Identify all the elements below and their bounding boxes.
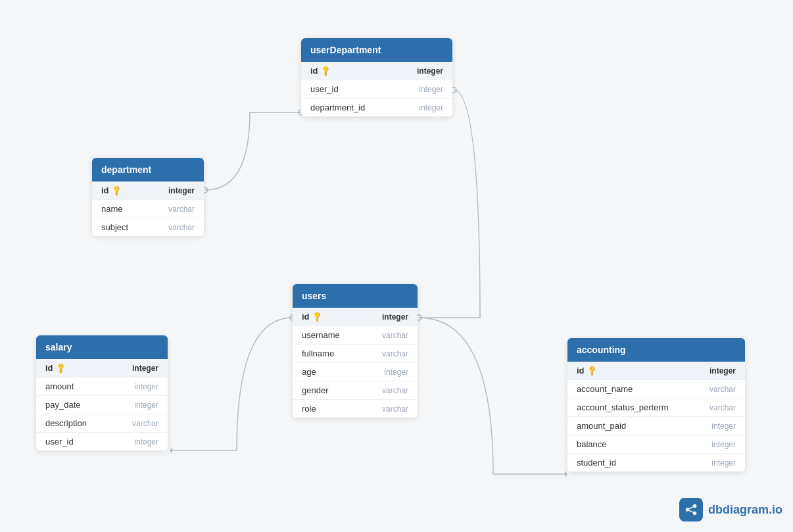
table-row: pay_date integer [36,396,168,414]
field-type: integer [709,366,736,375]
table-row: account_status_perterm varchar [567,399,745,417]
svg-marker-7 [565,471,567,477]
table-userDepartment[interactable]: userDepartment id 🔑 integer user_id inte… [301,38,452,116]
table-row: description varchar [36,414,168,433]
field-type: integer [134,400,158,410]
field-name: id 🔑 [302,312,322,322]
table-row: id 🔑 integer [36,359,168,377]
key-icon: 🔑 [110,184,122,197]
field-name: id 🔑 [45,363,65,373]
table-row: id 🔑 integer [301,62,452,80]
field-name: amount [45,381,74,391]
svg-line-11 [689,507,693,509]
field-name: age [302,367,316,377]
field-name: department_id [310,103,365,112]
field-name: user_id [310,84,339,94]
svg-point-8 [686,508,690,512]
field-name: user_id [45,437,74,447]
diagram-canvas: userDepartment id 🔑 integer user_id inte… [0,0,793,532]
table-row: username varchar [293,326,418,345]
table-row: department_id integer [301,99,452,116]
table-row: amount integer [36,377,168,396]
table-header-department: department [92,158,204,181]
field-name: student_id [577,458,616,468]
field-type: integer [711,422,736,431]
field-type: varchar [168,223,195,232]
key-icon: 🔑 [585,364,598,377]
table-row: account_name varchar [567,380,745,399]
field-type: varchar [709,403,736,412]
table-row: id 🔑 integer [92,181,204,200]
table-accounting[interactable]: accounting id 🔑 integer account_name var… [567,338,745,472]
table-row: gender varchar [293,381,418,400]
field-type: varchar [132,419,158,428]
key-icon: 🔑 [54,362,66,374]
table-salary[interactable]: salary id 🔑 integer amount integer pay_d… [36,335,168,450]
key-icon: 🔑 [310,310,323,323]
key-icon: 🔑 [319,64,331,77]
table-row: role varchar [293,400,418,418]
table-department[interactable]: department id 🔑 integer name varchar sub… [92,158,204,236]
field-name: amount_paid [577,421,626,431]
table-row: amount_paid integer [567,417,745,435]
field-type: varchar [382,331,408,340]
table-row: name varchar [92,200,204,218]
field-type: integer [132,364,158,373]
svg-marker-5 [170,447,172,454]
field-name: description [45,418,87,428]
field-type: varchar [382,404,408,414]
brand-text: dbdiagram.io [708,503,782,517]
table-users[interactable]: users id 🔑 integer username varchar full… [293,284,418,418]
table-row: age integer [293,363,418,381]
table-row: subject varchar [92,218,204,236]
field-name: username [302,330,340,340]
field-name: pay_date [45,400,81,410]
field-type: integer [134,382,158,391]
field-name: id 🔑 [577,366,596,375]
field-type: integer [134,437,158,447]
field-type: varchar [382,386,408,395]
field-type: varchar [168,205,195,214]
field-type: integer [419,85,443,94]
table-row: user_id integer [36,433,168,450]
table-header-userDepartment: userDepartment [301,38,452,62]
field-name: gender [302,385,328,395]
field-name: account_name [577,384,633,394]
field-type: integer [711,458,736,468]
field-type: integer [384,368,408,377]
table-row: id 🔑 integer [567,362,745,380]
field-type: integer [382,312,408,322]
field-name: subject [101,222,128,232]
field-name: balance [577,439,607,449]
field-type: integer [711,440,736,449]
field-name: account_status_perterm [577,402,668,412]
field-type: varchar [382,349,408,358]
field-type: integer [419,103,443,112]
branding: dbdiagram.io [679,498,782,521]
table-row: fullname varchar [293,345,418,363]
svg-line-12 [689,510,693,512]
table-row: user_id integer [301,80,452,99]
table-header-accounting: accounting [567,338,745,362]
brand-icon [679,498,703,521]
table-row: id 🔑 integer [293,308,418,326]
field-name: role [302,404,316,414]
field-name: name [101,204,123,214]
table-header-salary: salary [36,335,168,359]
table-row: balance integer [567,435,745,454]
field-type: varchar [709,385,736,394]
svg-point-10 [693,512,697,516]
field-name: id 🔑 [310,66,330,76]
field-name: fullname [302,349,334,358]
field-name: id 🔑 [101,185,121,195]
svg-point-9 [693,504,697,508]
field-type: integer [417,66,443,76]
table-row: student_id integer [567,454,745,472]
table-header-users: users [293,284,418,308]
field-type: integer [168,186,195,195]
